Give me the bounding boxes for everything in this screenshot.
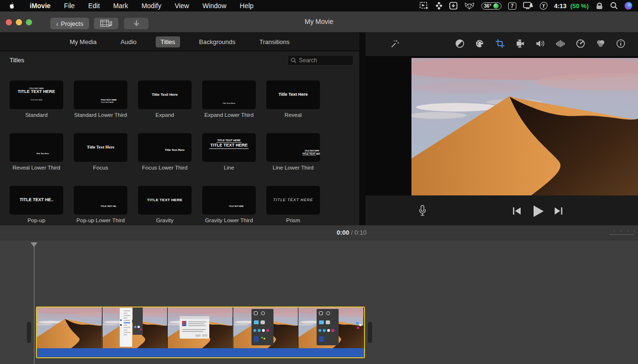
enhance-wand-icon[interactable] bbox=[390, 39, 400, 48]
play-icon[interactable] bbox=[532, 205, 545, 219]
display-bell-icon[interactable] bbox=[523, 2, 533, 10]
menu-modify[interactable]: Modify bbox=[135, 0, 168, 11]
tab-my-media[interactable]: My Media bbox=[65, 36, 101, 47]
clip-audio-waveform-bar[interactable] bbox=[37, 348, 364, 357]
title-name: Reveal Lower Third bbox=[10, 165, 63, 171]
title-thumbnail: Title Text Here bbox=[138, 133, 192, 162]
voiceover-mic-icon[interactable] bbox=[418, 205, 427, 218]
panel-divider bbox=[359, 33, 365, 225]
title-name: Pop-up bbox=[10, 217, 63, 224]
trim-handle-left[interactable] bbox=[27, 322, 31, 343]
screen-capture-icon[interactable] bbox=[420, 2, 429, 10]
total-duration: 0:10 bbox=[354, 229, 366, 236]
title-card-line[interactable]: TITLE TEXT HERE TITLE TEXT HERE Line bbox=[202, 133, 256, 178]
thumb-text: TITLE TEXT HERE bbox=[18, 90, 55, 94]
download-icon[interactable] bbox=[449, 2, 457, 10]
next-icon[interactable] bbox=[554, 207, 562, 216]
thumb-text: TITLE TEXT HERE bbox=[305, 150, 316, 152]
title-card-standard[interactable]: TITLE TEXT HERE TITLE TEXT HERE TITLE TE… bbox=[10, 80, 63, 125]
title-card-pop-up[interactable]: TITLE TEXT HE.. Pop-up bbox=[10, 186, 63, 225]
menu-window[interactable]: Window bbox=[196, 0, 233, 11]
previous-icon[interactable] bbox=[513, 207, 521, 216]
clip-filmstrip bbox=[37, 307, 364, 348]
title-card-line-lower-third[interactable]: TITLE TEXT HERE TITLE TEXT HERE Line Low… bbox=[266, 133, 320, 178]
speed-icon[interactable] bbox=[576, 39, 585, 48]
timeline-clip-selected[interactable] bbox=[36, 307, 365, 358]
title-card-focus-lower-third[interactable]: Title Text Here Focus Lower Third bbox=[138, 133, 192, 178]
title-thumbnail: TITLE TEXT HERE TITLE TEXT HERE bbox=[202, 133, 256, 162]
weather-widget[interactable]: 36° bbox=[481, 2, 501, 10]
title-thumbnail: TITLE TEXT HE.. bbox=[74, 186, 127, 215]
clock-t-icon[interactable]: T bbox=[539, 2, 548, 10]
title-name: Expand bbox=[138, 112, 192, 119]
clip-thumbnail bbox=[233, 307, 299, 348]
menu-help[interactable]: Help bbox=[233, 0, 261, 11]
menu-mark[interactable]: Mark bbox=[106, 0, 135, 11]
title-card-reveal[interactable]: Title Text Here Reveal bbox=[266, 80, 320, 125]
imovie-window: iMovie File Edit Mark Modify View Window… bbox=[0, 0, 638, 364]
lock-icon[interactable] bbox=[595, 2, 604, 10]
info-icon[interactable] bbox=[616, 39, 626, 48]
clip-zoom-slider[interactable] bbox=[609, 230, 634, 236]
media-tab-bar: My Media Audio Titles Backgrounds Transi… bbox=[0, 33, 359, 51]
video-viewer bbox=[365, 56, 638, 195]
tab-audio[interactable]: Audio bbox=[116, 36, 141, 47]
title-card-gravity[interactable]: TITLE TEXT HERE Gravity bbox=[138, 186, 192, 225]
title-card-gravity-lower-third[interactable]: TITLE TEXT HERE Gravity Lower Third bbox=[202, 186, 256, 225]
browser-header: Titles bbox=[0, 51, 359, 69]
spotlight-search-icon[interactable] bbox=[610, 2, 618, 10]
tab-backgrounds[interactable]: Backgrounds bbox=[194, 36, 240, 47]
menu-bar-status-area: 36° 7 T 4:13 (50 %) bbox=[420, 2, 638, 10]
current-time: 0:00 bbox=[337, 229, 349, 236]
menu-file[interactable]: File bbox=[57, 0, 82, 11]
tab-titles[interactable]: Titles bbox=[156, 36, 180, 47]
menu-edit[interactable]: Edit bbox=[81, 0, 106, 11]
thumb-text: TITLE TEXT HE.. bbox=[101, 205, 117, 208]
color-balance-icon[interactable] bbox=[455, 39, 465, 48]
title-card-expand[interactable]: Title Text Here Expand bbox=[138, 80, 192, 125]
video-frame-mojave-dune[interactable] bbox=[411, 58, 638, 195]
tab-transitions[interactable]: Transitions bbox=[254, 36, 294, 47]
title-card-prism[interactable]: TITLE TEXT HERE Prism bbox=[266, 186, 320, 225]
thumb-text: TITLE TEXT HERE bbox=[302, 153, 316, 156]
thumb-text: TITLE TEXT HERE bbox=[273, 198, 314, 203]
search-icon bbox=[291, 57, 296, 63]
project-title: My Movie bbox=[0, 18, 638, 25]
color-palette-icon[interactable] bbox=[475, 39, 485, 48]
trim-handle-right[interactable] bbox=[368, 322, 372, 343]
thumb-dialog-window bbox=[180, 316, 209, 339]
title-name: Focus Lower Third bbox=[138, 165, 192, 171]
diamonds-icon[interactable] bbox=[435, 2, 443, 10]
temperature-label: 36° bbox=[484, 3, 491, 9]
fox-icon[interactable] bbox=[464, 2, 475, 10]
search-field[interactable] bbox=[287, 55, 353, 66]
browser-section-title: Titles bbox=[10, 57, 24, 64]
thumb-app-panel bbox=[251, 309, 273, 345]
clip-thumbnail bbox=[103, 307, 168, 348]
title-thumbnail: Title Text Here bbox=[202, 80, 256, 109]
search-input[interactable] bbox=[299, 57, 350, 64]
thumb-text: TITLE TEXT HERE bbox=[209, 143, 249, 149]
title-thumbnail: Title Text Here bbox=[138, 80, 192, 109]
volume-icon[interactable] bbox=[535, 39, 545, 48]
siri-icon[interactable] bbox=[625, 2, 632, 10]
noise-reduction-icon[interactable] bbox=[556, 39, 565, 48]
title-card-focus[interactable]: Title Text Here Focus bbox=[74, 133, 127, 178]
title-thumbnail: Title Text Here bbox=[266, 80, 320, 109]
menu-bar-clock[interactable]: 4:13 bbox=[554, 2, 567, 10]
clip-filter-icon[interactable] bbox=[596, 39, 605, 48]
stabilization-icon[interactable] bbox=[515, 39, 525, 48]
window-title-bar: ‹ Projects My Movie bbox=[0, 11, 638, 33]
battery-percentage[interactable]: (50 %) bbox=[570, 2, 589, 10]
title-card-expand-lower-third[interactable]: Title Text Here Expand Lower Third bbox=[202, 80, 256, 125]
title-card-standard-lower-third[interactable]: TITLE TEXT HERE TITLE TEXT HERE Standard… bbox=[74, 80, 127, 125]
calendar-icon[interactable]: 7 bbox=[508, 2, 516, 10]
menu-view[interactable]: View bbox=[168, 0, 196, 11]
title-card-reveal-lower-third[interactable]: Title Text Here Reveal Lower Third bbox=[10, 133, 63, 178]
timeline[interactable] bbox=[0, 240, 638, 364]
apple-menu-icon[interactable] bbox=[8, 2, 14, 10]
title-thumbnail: Title Text Here bbox=[74, 133, 127, 162]
crop-icon[interactable] bbox=[495, 39, 505, 48]
title-card-pop-up-lower-third[interactable]: TITLE TEXT HE.. Pop-up Lower Third bbox=[74, 186, 127, 225]
menu-imovie[interactable]: iMovie bbox=[23, 0, 57, 11]
